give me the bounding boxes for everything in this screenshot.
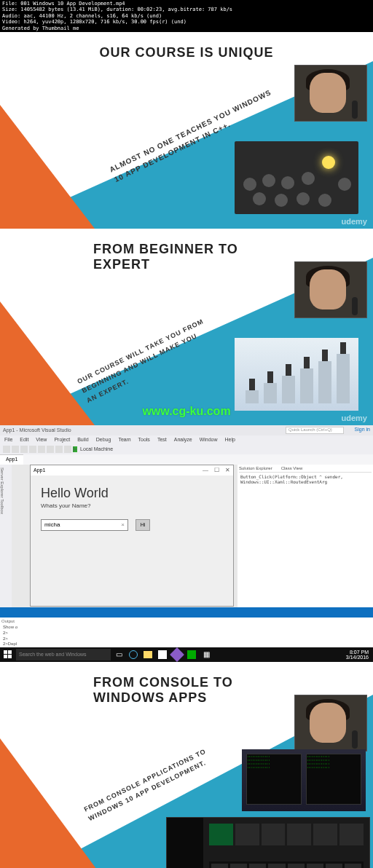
play-icon[interactable] — [73, 446, 77, 452]
lightbulb-image — [235, 141, 358, 214]
udemy-logo: udemy — [342, 217, 367, 226]
vs-sidebar[interactable]: Server Explorer Toolbox — [0, 465, 12, 607]
webcam-feed — [294, 261, 367, 318]
hello-heading: Hello World — [41, 486, 223, 501]
minimize-icon[interactable]: — — [203, 467, 208, 473]
hi-button[interactable]: Hi — [136, 519, 150, 531]
slide-beginner: FROM BEGINNER TO EXPERT OUR COURSE WILL … — [0, 229, 373, 425]
video-metadata: File: 001 Windows 10 App Development.mp4… — [0, 0, 373, 32]
menu-analyze[interactable]: Analyze — [174, 437, 192, 442]
code-snippet: Button_Click(Platform::Object ^ sender, … — [239, 473, 372, 486]
vs-toolbar: Local Machine — [0, 444, 373, 454]
menu-help[interactable]: Help — [225, 437, 235, 442]
task-view-icon[interactable]: ▭ — [112, 648, 125, 661]
redo-button[interactable] — [64, 446, 71, 453]
vs-titlebar: App1 - Microsoft Visual Studio Quick Lau… — [0, 425, 373, 435]
menu-test[interactable]: Test — [157, 437, 167, 442]
run-target[interactable]: Local Machine — [80, 446, 113, 451]
watermark: www.cg-ku.com — [142, 405, 230, 418]
console-screenshot: ::::::::::::::::::::::::::::::::::::::::… — [242, 749, 366, 811]
quick-launch-input[interactable]: Quick Launch (Ctrl+Q) — [286, 427, 344, 434]
hello-subheading: Whats your Name? — [41, 502, 223, 509]
slide-console: FROM CONSOLE TO WINDOWS APPS FROM CONSOL… — [0, 662, 373, 868]
start-button[interactable] — [0, 647, 15, 662]
tab-app1[interactable]: App1 — [0, 454, 23, 465]
save-all-button[interactable] — [47, 446, 54, 453]
microphone-icon — [352, 730, 358, 749]
windows-taskbar: Search the web and Windows ▭ ▦ 8:07 PM 3… — [0, 647, 373, 662]
save-button[interactable] — [38, 446, 45, 453]
menu-project[interactable]: Project — [54, 437, 70, 442]
menu-view[interactable]: View — [36, 437, 47, 442]
udemy-logo: udemy — [342, 414, 367, 422]
webcam-feed — [294, 695, 367, 751]
close-icon[interactable]: ✕ — [225, 467, 230, 473]
menu-debug[interactable]: Debug — [96, 437, 111, 442]
maximize-icon[interactable]: ☐ — [214, 467, 219, 473]
store-icon[interactable] — [156, 648, 169, 661]
class-view-tab[interactable]: Class View — [281, 466, 303, 470]
forward-button[interactable] — [12, 446, 19, 453]
triangle-orange — [0, 301, 95, 425]
app-icon[interactable] — [185, 648, 198, 661]
explorer-icon[interactable] — [141, 648, 154, 661]
taskbar-search-input[interactable]: Search the web and Windows — [16, 649, 111, 660]
solution-explorer-tab[interactable]: Solution Explorer — [239, 466, 272, 470]
app-preview-window: App1 — ☐ ✕ Hello World Whats your Name? … — [30, 465, 234, 607]
app-icon-2[interactable]: ▦ — [200, 648, 213, 661]
visual-studio-icon[interactable] — [170, 648, 184, 661]
output-content: Show o 2> 2> 2>Depl — [0, 625, 373, 647]
music-sidebar — [167, 818, 203, 868]
meta-size: Size: 14055482 bytes (13.41 MiB), durati… — [2, 7, 371, 12]
menu-tools[interactable]: Tools — [138, 437, 150, 442]
app-title: App1 — [34, 467, 45, 473]
vs-bottom-panel: Output Show o 2> 2> 2>Depl Error List — [0, 607, 373, 647]
meta-file: File: 001 Windows 10 App Development.mp4 — [2, 1, 371, 7]
menu-build[interactable]: Build — [77, 437, 89, 442]
vs-tabs: App1 — [0, 454, 373, 465]
signin-link[interactable]: Sign in — [355, 427, 370, 432]
meta-video: Video: h264, yuv420p, 1280x720, 716 kb/s… — [2, 19, 371, 25]
meta-gen: Generated by Thumbnail me — [2, 25, 371, 31]
open-button[interactable] — [29, 446, 36, 453]
slide-title: FROM BEGINNER TO EXPERT — [93, 242, 280, 272]
microphone-icon — [352, 100, 358, 119]
steps-image — [235, 338, 358, 411]
menu-file[interactable]: File — [4, 437, 12, 442]
new-button[interactable] — [20, 446, 28, 453]
windows-logo-icon — [4, 650, 12, 658]
input-value: micha — [44, 521, 60, 528]
taskbar-clock[interactable]: 8:07 PM 3/14/2016 — [346, 650, 373, 660]
output-label[interactable]: Output — [0, 618, 373, 625]
clear-input-icon[interactable]: × — [121, 521, 125, 528]
menu-edit[interactable]: Edit — [20, 437, 28, 442]
vs-title: App1 - Microsoft Visual Studio — [3, 427, 71, 433]
music-app-screenshot — [166, 817, 370, 868]
menu-window[interactable]: Window — [200, 437, 218, 442]
visual-studio-window: App1 - Microsoft Visual Studio Quick Lau… — [0, 425, 373, 647]
app-titlebar: App1 — ☐ ✕ — [31, 465, 233, 476]
name-input[interactable]: micha × — [41, 519, 128, 531]
edge-icon[interactable] — [127, 648, 140, 661]
meta-audio: Audio: aac, 44100 Hz, 2 channels, s16, 6… — [2, 13, 371, 19]
vs-right-panel: Solution Explorer Class View Button_Clic… — [237, 465, 373, 607]
vs-menubar: File Edit View Project Build Debug Team … — [0, 435, 373, 444]
vs-mid-bar — [0, 607, 373, 618]
undo-button[interactable] — [55, 446, 63, 453]
webcam-feed — [294, 65, 367, 122]
slide-title: OUR COURSE IS UNIQUE — [99, 45, 273, 60]
menu-team[interactable]: Team — [118, 437, 130, 442]
vs-designer: App1 — ☐ ✕ Hello World Whats your Name? … — [12, 465, 237, 607]
back-button[interactable] — [3, 446, 10, 453]
udemy-logo: udemy — [342, 623, 367, 631]
microphone-icon — [352, 297, 358, 315]
triangle-orange — [0, 105, 95, 229]
slide-unique: OUR COURSE IS UNIQUE ALMOST NO ONE TEACH… — [0, 32, 373, 229]
slide-title: FROM CONSOLE TO WINDOWS APPS — [93, 675, 280, 706]
